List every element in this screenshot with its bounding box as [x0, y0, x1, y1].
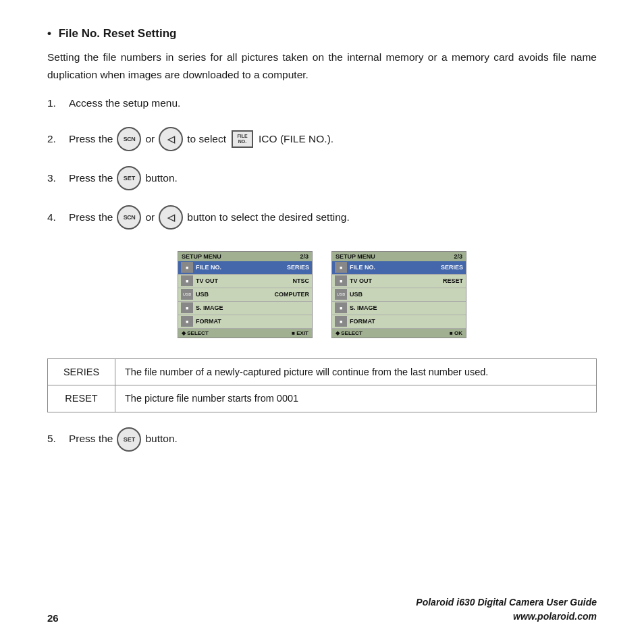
screen-right-footer-left: ◆ SELECT — [336, 330, 363, 336]
screen-right-value-1: RESET — [443, 277, 463, 284]
step-5: 5. Press the SET button. — [47, 427, 597, 452]
screen-left-label-1: TV OUT — [196, 277, 293, 284]
screen-left-header-right: 2/3 — [300, 253, 308, 260]
step-1-text: Access the setup menu. — [69, 95, 180, 112]
screen-right-label-4: FORMAT — [350, 318, 463, 325]
screen-right-label-0: FILE NO. — [350, 264, 441, 271]
screen-right-header: SETUP MENU 2/3 — [332, 252, 466, 261]
step-2-pre: Press the — [69, 131, 113, 148]
screen-right-header-left: SETUP MENU — [336, 253, 375, 260]
screen-right-icon-2: USB — [335, 289, 347, 300]
screen-left-row-1: ■ TV OUT NTSC — [178, 275, 312, 288]
step-2-content: Press the SCN or ◁ to select FILENO. ICO… — [69, 127, 333, 151]
page: • File No. Reset Setting Setting the fil… — [0, 0, 644, 644]
screen-right-row-2: USB USB — [332, 288, 466, 302]
screen-left-label-4: FORMAT — [196, 318, 309, 325]
screen-left: SETUP MENU 2/3 ■ FILE NO. SERIES ■ TV OU… — [178, 251, 313, 338]
table-row-reset: RESET The picture file number starts fro… — [48, 385, 597, 412]
step-4-num: 4. — [47, 209, 69, 226]
screen-right-icon-3: ■ — [335, 302, 347, 313]
table-label-reset: RESET — [48, 385, 115, 412]
screen-left-icon-0: ■ — [181, 262, 193, 273]
step-1: 1. Access the setup menu. — [47, 95, 597, 112]
step-2-icon-post: ICO (FILE NO.). — [259, 131, 333, 148]
screen-left-row-2: USB USB COMPUTER — [178, 288, 312, 302]
screen-left-row-4: ■ FORMAT — [178, 315, 312, 329]
page-footer: 26 Polaroid i630 Digital Camera User Gui… — [47, 589, 597, 624]
title-text: File No. Reset Setting — [59, 27, 177, 40]
screen-right-footer: ◆ SELECT ■ OK — [332, 329, 466, 338]
section-title: • File No. Reset Setting — [47, 27, 597, 41]
step-1-num: 1. — [47, 95, 69, 112]
step-5-content: Press the SET button. — [69, 427, 178, 452]
screen-left-icon-1: ■ — [181, 275, 193, 286]
step-4-post: button to select the desired setting. — [187, 209, 349, 226]
screen-right-icon-4: ■ — [335, 316, 347, 327]
step-4-pre: Press the — [69, 209, 113, 226]
table-desc-series: The file number of a newly-captured pict… — [115, 358, 597, 385]
footer-brand: Polaroid i630 Digital Camera User Guide … — [416, 595, 597, 624]
step-2-num: 2. — [47, 131, 69, 148]
footer-brand-line1: Polaroid i630 Digital Camera User Guide — [416, 595, 597, 610]
screen-left-label-2: USB — [196, 291, 275, 298]
screen-right-header-right: 2/3 — [454, 253, 462, 260]
table-desc-reset: The picture file number starts from 0001 — [115, 385, 597, 412]
screen-right-label-1: TV OUT — [350, 277, 443, 284]
screen-right-value-0: SERIES — [441, 264, 463, 271]
screen-left-header-left: SETUP MENU — [182, 253, 221, 260]
screen-left-row-0: ■ FILE NO. SERIES — [178, 261, 312, 275]
nav-button-2: ◁ — [159, 205, 183, 230]
screen-left-label-0: FILE NO. — [196, 264, 287, 271]
step-2-post: to select — [187, 131, 226, 148]
step-3-num: 3. — [47, 170, 69, 187]
bullet: • — [47, 27, 51, 40]
step-3: 3. Press the SET button. — [47, 166, 597, 190]
fileno-icon: FILENO. — [232, 130, 253, 148]
screen-right-label-3: S. IMAGE — [350, 304, 463, 311]
screen-left-icon-3: ■ — [181, 302, 193, 313]
step-2-or: or — [145, 131, 155, 148]
screen-left-icon-4: ■ — [181, 316, 193, 327]
info-table: SERIES The file number of a newly-captur… — [47, 358, 597, 412]
screen-right-icon-1: ■ — [335, 275, 347, 286]
screen-left-header: SETUP MENU 2/3 — [178, 252, 312, 261]
step-4: 4. Press the SCN or ◁ button to select t… — [47, 205, 597, 230]
screen-left-footer-right: ■ EXIT — [292, 330, 308, 336]
screen-right-row-1: ■ TV OUT RESET — [332, 275, 466, 288]
step-5-num: 5. — [47, 431, 69, 448]
step-3-pre: Press the — [69, 170, 113, 187]
set-button-2: SET — [117, 427, 141, 452]
screen-right-icon-0: ■ — [335, 262, 347, 273]
table-row-series: SERIES The file number of a newly-captur… — [48, 358, 597, 385]
screen-right-label-2: USB — [350, 291, 463, 298]
step-1-content: Access the setup menu. — [69, 95, 180, 112]
screen-right-footer-right: ■ OK — [450, 330, 462, 336]
footer-brand-line2: www.polaroid.com — [416, 610, 597, 624]
step-3-content: Press the SET button. — [69, 166, 178, 190]
step-5-pre: Press the — [69, 431, 113, 448]
step-3-post: button. — [145, 170, 177, 187]
step-4-or: or — [145, 209, 155, 226]
step-2: 2. Press the SCN or ◁ to select FILENO. … — [47, 127, 597, 151]
intro-paragraph: Setting the file numbers in series for a… — [47, 49, 597, 83]
screen-right-row-0: ■ FILE NO. SERIES — [332, 261, 466, 275]
screen-left-footer-left: ◆ SELECT — [182, 330, 209, 336]
table-label-series: SERIES — [48, 358, 115, 385]
screen-right-row-4: ■ FORMAT — [332, 315, 466, 329]
screen-left-value-1: NTSC — [293, 277, 310, 284]
screen-left-footer: ◆ SELECT ■ EXIT — [178, 329, 312, 338]
screen-right: SETUP MENU 2/3 ■ FILE NO. SERIES ■ TV OU… — [331, 251, 466, 338]
step-4-content: Press the SCN or ◁ button to select the … — [69, 205, 350, 230]
screen-left-label-3: S. IMAGE — [196, 304, 309, 311]
screenshots-row: SETUP MENU 2/3 ■ FILE NO. SERIES ■ TV OU… — [47, 251, 597, 338]
page-number: 26 — [47, 612, 59, 624]
screen-left-icon-2: USB — [181, 289, 193, 300]
nav-button-1: ◁ — [159, 127, 183, 151]
screen-left-value-0: SERIES — [287, 264, 309, 271]
screen-left-row-3: ■ S. IMAGE — [178, 302, 312, 315]
scn-button-1: SCN — [117, 127, 141, 151]
step-5-post: button. — [145, 431, 177, 448]
set-button-1: SET — [117, 166, 141, 190]
scn-button-2: SCN — [117, 205, 141, 230]
screen-right-row-3: ■ S. IMAGE — [332, 302, 466, 315]
